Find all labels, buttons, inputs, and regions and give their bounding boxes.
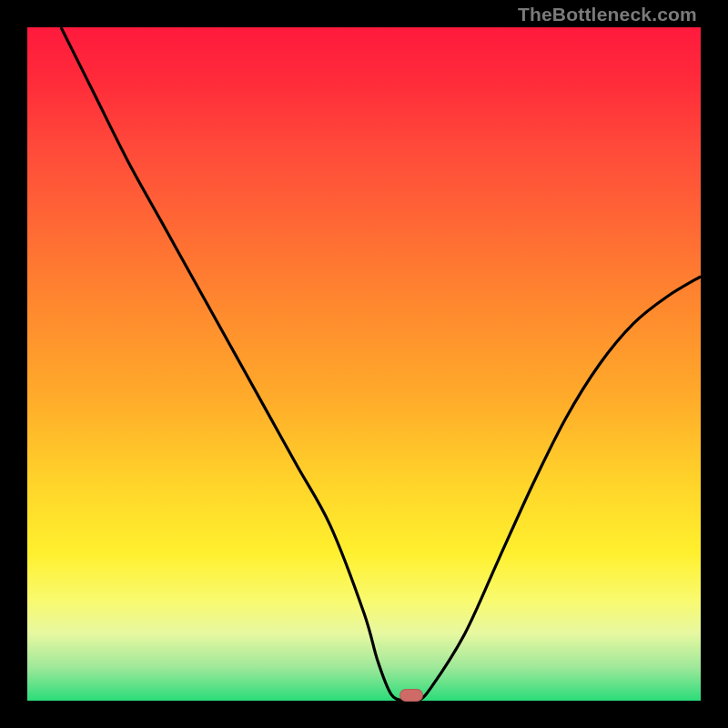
optimum-marker [399,689,423,702]
plot-area [27,27,701,701]
watermark-text: TheBottleneck.com [518,4,697,25]
bottleneck-curve-path [61,27,701,701]
curve-svg [27,27,701,701]
chart-frame: TheBottleneck.com [0,0,728,728]
